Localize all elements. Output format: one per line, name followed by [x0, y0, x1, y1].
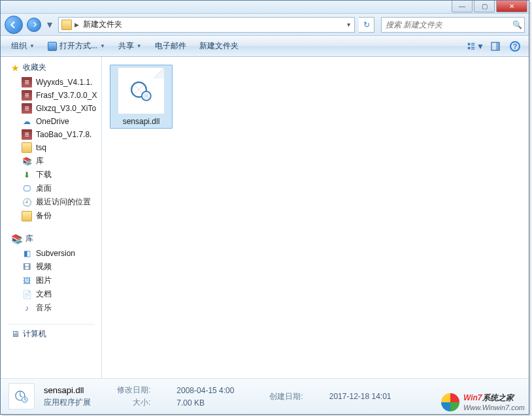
sidebar-item-library[interactable]: 📄文档 — [1, 287, 101, 301]
details-thumb — [8, 383, 35, 409]
navigation-row: ▾ ▶ 新建文件夹 ▾ ↻ 🔍 — [1, 14, 529, 36]
search-icon[interactable]: 🔍 — [510, 20, 524, 29]
details-filetype: 应用程序扩展 — [44, 397, 91, 408]
close-button[interactable]: ✕ — [496, 1, 527, 12]
sidebar-item-favorite[interactable]: 🖵桌面 — [1, 182, 101, 195]
details-created-value: 2017-12-18 14:01 — [329, 392, 391, 401]
tree-item-label: 视频 — [36, 261, 52, 272]
explorer-window: — ▢ ✕ ▾ ▶ 新建文件夹 ▾ ↻ 🔍 组织▼ 打开 — [0, 0, 529, 415]
email-button[interactable]: 电子邮件 — [150, 39, 191, 54]
libraries-label: 库 — [25, 233, 33, 244]
favorites-label: 收藏夹 — [23, 62, 46, 73]
tree-item-label: Subversion — [36, 249, 75, 258]
details-pane: sensapi.dll 修改日期: 2008-04-15 4:00 应用程序扩展… — [1, 378, 529, 414]
sidebar-item-favorite[interactable]: ≡Wyyxds_V4.1.1. — [1, 76, 101, 89]
tree-item-label: 桌面 — [36, 183, 52, 194]
folder-icon — [22, 142, 32, 153]
file-thumb — [118, 67, 165, 114]
details-size-value: 7.00 KB — [176, 398, 234, 408]
star-icon: ★ — [11, 63, 20, 73]
archive-icon: ≡ — [22, 90, 32, 101]
details-filename: sensapi.dll — [44, 385, 91, 395]
sidebar-item-favorite[interactable]: 备份 — [1, 209, 101, 223]
address-bar[interactable]: ▶ 新建文件夹 ▾ — [58, 17, 355, 33]
svg-rect-3 — [468, 46, 470, 48]
sidebar-item-favorite[interactable]: ≡Frasf_V3.7.0.0_X — [1, 89, 101, 102]
recent-icon: 🕘 — [22, 197, 32, 208]
computer-header[interactable]: 🖥 计算机 — [1, 327, 101, 342]
favorites-group: ★ 收藏夹 ≡Wyyxds_V4.1.1.≡Frasf_V3.7.0.0_X≡G… — [1, 61, 101, 223]
video-icon: 🎞 — [22, 262, 32, 272]
sidebar-item-library[interactable]: 🎞视频 — [1, 260, 101, 274]
tree-item-label: Frasf_V3.7.0.0_X — [36, 91, 97, 100]
app-icon — [48, 42, 57, 51]
tree-item-label: TaoBao_V1.7.8. — [36, 130, 91, 139]
nav-history-dropdown[interactable]: ▾ — [45, 18, 54, 32]
favorites-header[interactable]: ★ 收藏夹 — [1, 61, 101, 76]
open-with-label: 打开方式... — [59, 40, 97, 52]
svg-rect-4 — [471, 46, 474, 47]
sidebar-item-favorite[interactable]: 🕘最近访问的位置 — [1, 195, 101, 209]
sidebar-item-favorite[interactable]: ≡TaoBao_V1.7.8. — [1, 128, 101, 141]
svg-rect-1 — [471, 42, 474, 43]
sidebar-item-favorite[interactable]: ⬇下载 — [1, 168, 101, 182]
tree-item-label: 库 — [36, 155, 44, 167]
tree-item-label: Wyyxds_V4.1.1. — [36, 78, 93, 87]
tree-item-label: 下载 — [36, 169, 52, 180]
details-created-label: 创建日期: — [269, 391, 303, 402]
music-icon: ♪ — [22, 303, 32, 313]
folder-icon — [22, 211, 32, 221]
svg-rect-5 — [471, 48, 474, 49]
navigation-pane[interactable]: ★ 收藏夹 ≡Wyyxds_V4.1.1.≡Frasf_V3.7.0.0_X≡G… — [1, 57, 102, 378]
tree-item-label: 最近访问的位置 — [36, 197, 91, 208]
file-list-pane[interactable]: sensapi.dll — [102, 57, 529, 378]
new-folder-button[interactable]: 新建文件夹 — [194, 39, 244, 54]
library-icon: 📚 — [22, 156, 32, 167]
minimize-button[interactable]: — — [452, 1, 473, 12]
downloads-icon: ⬇ — [22, 170, 32, 180]
back-button[interactable] — [5, 16, 23, 34]
share-label: 共享 — [118, 40, 134, 52]
sidebar-item-favorite[interactable]: tsq — [1, 141, 101, 154]
sidebar-item-library[interactable]: ◧Subversion — [1, 247, 101, 260]
tree-item-label: 备份 — [36, 210, 52, 221]
help-button[interactable]: ? — [507, 39, 524, 54]
preview-pane-button[interactable] — [487, 39, 504, 54]
svg-rect-0 — [468, 42, 470, 44]
folder-icon — [61, 20, 72, 30]
organize-menu[interactable]: 组织▼ — [6, 39, 40, 54]
organize-label: 组织 — [11, 40, 27, 52]
details-modified-label: 修改日期: — [117, 385, 150, 396]
divider — [7, 324, 95, 325]
computer-label: 计算机 — [23, 328, 46, 340]
sidebar-item-favorite[interactable]: 📚库 — [1, 154, 101, 168]
sidebar-item-library[interactable]: 🖼图片 — [1, 274, 101, 287]
breadcrumb-current[interactable]: 新建文件夹 — [79, 19, 126, 30]
details-size-label: 大小: — [117, 397, 150, 408]
forward-button[interactable] — [27, 18, 41, 32]
share-menu[interactable]: 共享▼ — [113, 39, 147, 54]
tree-item-label: Glxzq_V3.0_XiTo — [36, 104, 96, 113]
libraries-header[interactable]: 📚 库 — [1, 232, 101, 247]
svg-rect-2 — [471, 44, 474, 45]
search-input[interactable] — [382, 20, 510, 29]
details-modified-value: 2008-04-15 4:00 — [176, 386, 234, 395]
libraries-group: 📚 库 ◧Subversion🎞视频🖼图片📄文档♪音乐 — [1, 232, 101, 315]
address-dropdown-icon[interactable]: ▾ — [342, 21, 354, 28]
sidebar-item-favorite[interactable]: ≡Glxzq_V3.0_XiTo — [1, 102, 101, 115]
sidebar-item-library[interactable]: ♪音乐 — [1, 301, 101, 315]
documents-icon: 📄 — [22, 289, 32, 300]
refresh-button[interactable]: ↻ — [359, 17, 374, 33]
breadcrumb-chevron-icon[interactable]: ▶ — [75, 22, 79, 28]
file-item[interactable]: sensapi.dll — [110, 65, 173, 129]
view-options-button[interactable]: ▼ — [467, 39, 484, 54]
sidebar-item-favorite[interactable]: ☁OneDrive — [1, 115, 101, 128]
search-box[interactable]: 🔍 — [381, 17, 525, 33]
subversion-icon: ◧ — [22, 248, 32, 259]
computer-icon: 🖥 — [11, 329, 20, 339]
archive-icon: ≡ — [22, 103, 32, 114]
archive-icon: ≡ — [22, 77, 32, 88]
tree-item-label: 图片 — [36, 275, 52, 286]
open-with-menu[interactable]: 打开方式...▼ — [42, 39, 110, 54]
maximize-button[interactable]: ▢ — [474, 1, 495, 12]
